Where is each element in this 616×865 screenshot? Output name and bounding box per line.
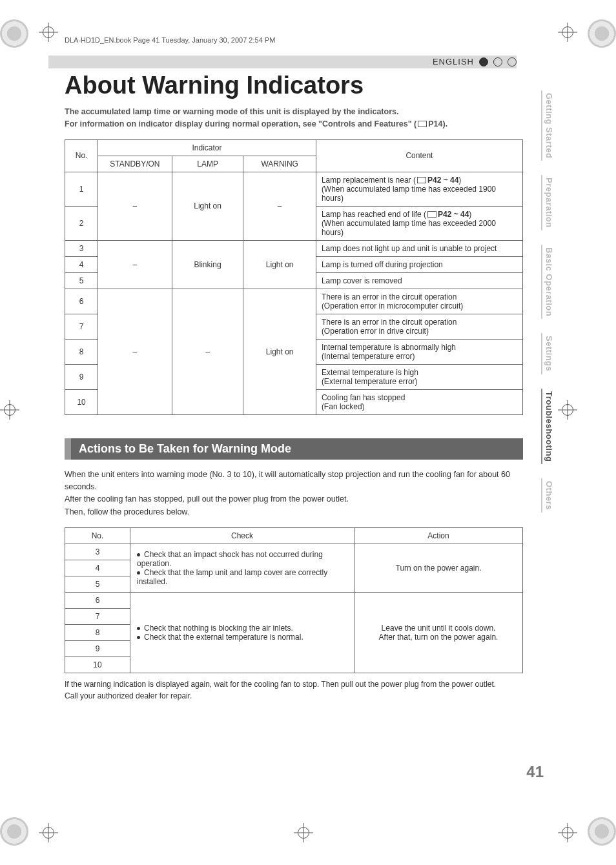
section-tabs: Getting Started Preparation Basic Operat… [541, 90, 554, 513]
table-row: 5 [65, 272, 98, 289]
th-indicator: Indicator [98, 139, 316, 156]
table-row: 2 [65, 206, 98, 240]
page-number: 41 [526, 763, 544, 781]
cell-action: Leave the unit until it cools down.After… [354, 593, 523, 673]
cell-lamp: Blinking [172, 240, 243, 289]
tab-others: Others [541, 478, 554, 513]
th-standby: STANDBY/ON [98, 156, 172, 172]
crop-mark-icon [39, 23, 58, 42]
page-ref-icon [417, 177, 426, 183]
cell-content: Cooling fan has stopped(Fan locked) [316, 389, 522, 414]
intro-text: The accumulated lamp time or warning mod… [65, 106, 523, 130]
th-action: Action [354, 528, 523, 544]
table-row: 4 [65, 256, 98, 272]
table-row: 5 [65, 576, 130, 593]
cell-content: External temperature is high(External te… [316, 364, 522, 389]
cell-standby: – [98, 289, 172, 414]
language-dot-icon [479, 57, 488, 66]
language-dot-icon [508, 57, 517, 66]
actions-table: No. Check Action 3 Check that an impact … [65, 527, 523, 673]
print-mark-icon [0, 817, 28, 846]
page-ref-icon [427, 211, 436, 218]
cell-content: Lamp has reached end of life (P42 ~ 44) … [316, 206, 522, 240]
table-row: 10 [65, 389, 98, 414]
cell-warning: – [243, 172, 316, 240]
th-no: No. [65, 528, 130, 544]
tab-troubleshooting: Troubleshooting [541, 389, 554, 464]
pdf-header-line: DLA-HD1D_EN.book Page 41 Tuesday, Januar… [65, 36, 275, 44]
bullet-icon [137, 627, 140, 630]
table-row: 7 [65, 314, 98, 339]
language-dot-icon [493, 57, 502, 66]
crop-mark-icon [558, 400, 577, 420]
table-row: 9 [65, 364, 98, 389]
cell-lamp: – [172, 289, 243, 414]
body-text: When the unit enters into warning mode (… [65, 469, 523, 519]
table-row: 1 [65, 172, 98, 206]
crop-mark-icon [294, 823, 313, 842]
cell-check: Check that nothing is blocking the air i… [130, 593, 354, 673]
indicator-table: No. Indicator Content STANDBY/ON LAMP WA… [65, 139, 523, 415]
th-no: No. [65, 139, 98, 172]
tab-settings: Settings [541, 333, 554, 374]
cell-content: Lamp is turned off during projection [316, 256, 522, 272]
th-warning: WARNING [243, 156, 316, 172]
crop-mark-icon [558, 23, 577, 42]
cell-content: There is an error in the circuit operati… [316, 314, 522, 339]
print-mark-icon [0, 19, 28, 48]
crop-mark-icon [0, 400, 19, 420]
tab-preparation: Preparation [541, 175, 554, 230]
table-row: 7 [65, 609, 130, 625]
page-title: About Warning Indicators [65, 72, 523, 99]
th-check: Check [130, 528, 354, 544]
cell-standby: – [98, 172, 172, 240]
cell-check: Check that an impact shock has not occur… [130, 544, 354, 593]
cell-content: Lamp does not light up and unit is unabl… [316, 240, 522, 256]
crop-mark-icon [39, 823, 58, 842]
bullet-icon [137, 571, 140, 575]
bullet-icon [137, 636, 140, 639]
table-row: 4 [65, 560, 130, 576]
tab-basic-operation: Basic Operation [541, 245, 554, 319]
table-row: 6 [65, 289, 98, 314]
table-row: 3 [65, 240, 98, 256]
language-label: ENGLISH [433, 57, 474, 66]
table-row: 10 [65, 657, 130, 673]
print-mark-icon [588, 817, 616, 846]
cell-content: Internal temperature is abnormally high(… [316, 339, 522, 364]
cell-lamp: Light on [172, 172, 243, 240]
th-lamp: LAMP [172, 156, 243, 172]
footer-note: If the warning indication is displayed a… [65, 678, 523, 702]
tab-getting-started: Getting Started [541, 90, 554, 161]
cell-standby: – [98, 240, 172, 289]
table-row: 9 [65, 641, 130, 657]
cell-warning: Light on [243, 289, 316, 414]
cell-content: There is an error in the circuit operati… [316, 289, 522, 314]
table-row: 8 [65, 339, 98, 364]
cell-content: Lamp cover is removed [316, 272, 522, 289]
section-heading: Actions to Be Taken for Warning Mode [65, 438, 523, 460]
table-row: 3 [65, 544, 130, 560]
cell-action: Turn on the power again. [354, 544, 523, 593]
page-ref-icon [418, 121, 427, 127]
print-mark-icon [588, 19, 616, 48]
table-row: 6 [65, 593, 130, 609]
cell-warning: Light on [243, 240, 316, 289]
th-content: Content [316, 139, 522, 172]
table-row: 8 [65, 625, 130, 641]
bullet-icon [137, 553, 140, 556]
cell-content: Lamp replacement is near (P42 ~ 44) (Whe… [316, 172, 522, 206]
crop-mark-icon [558, 823, 577, 842]
